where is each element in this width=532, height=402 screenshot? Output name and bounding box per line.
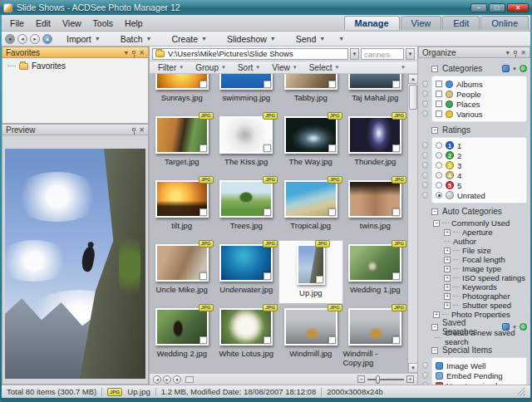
thumbnail-cell[interactable]: JPGWindmill.jpg <box>278 304 343 368</box>
collapse-icon[interactable]: − <box>433 220 440 227</box>
thumbnail-checkbox[interactable] <box>200 81 207 88</box>
zoom-out-button[interactable]: − <box>357 375 365 383</box>
radio-button-selected[interactable] <box>436 192 442 199</box>
thumbnail-checkbox[interactable] <box>392 81 400 88</box>
saved-searches-section-header[interactable]: − Saved Searches ▼ ← <box>431 321 527 332</box>
thumbnail-cell[interactable]: JPGWedding 1.jpg <box>343 240 408 304</box>
vertical-scrollbar[interactable]: ▲ ▼ <box>407 74 417 373</box>
scrollbar-thumb[interactable] <box>409 85 417 110</box>
favorites-root-item[interactable]: Favorites <box>7 61 143 71</box>
auto-categories-section-header[interactable]: − Auto Categories <box>431 206 527 217</box>
close-button[interactable]: ✕ <box>507 3 529 12</box>
tab-manage[interactable]: Manage <box>344 16 400 30</box>
expand-icon[interactable]: + <box>444 275 451 282</box>
thumbnail-cell-selected[interactable]: JPGUp.jpg <box>278 240 343 304</box>
thumbnail-cell[interactable]: JPGThunder.jpg <box>343 112 408 176</box>
expand-icon[interactable]: + <box>444 257 451 263</box>
create-button[interactable]: Create▼ <box>160 33 214 45</box>
expand-icon[interactable]: + <box>444 248 451 254</box>
thumbnail-cell[interactable]: JPGThe Kiss.jpg <box>214 112 279 176</box>
thumbnail-cell[interactable]: JPGUnderwater.jpg <box>214 240 279 304</box>
rating-5[interactable]: 55 <box>436 180 523 190</box>
thumbnail-checkbox[interactable] <box>264 208 271 216</box>
rating-2[interactable]: 22 <box>436 150 523 160</box>
collapse-icon[interactable]: − <box>431 66 438 72</box>
search-dropdown-button[interactable]: ▼ <box>406 48 415 60</box>
send-button[interactable]: Send▼ <box>284 33 332 45</box>
up-button[interactable]: ▴ <box>42 34 52 44</box>
thumbnail-checkbox[interactable] <box>392 145 400 152</box>
category-places[interactable]: Places <box>436 99 523 109</box>
pin-icon[interactable] <box>514 51 517 54</box>
tree-item-commonly-used[interactable]: −Commonly Used <box>433 218 527 228</box>
tree-item-photographer[interactable]: +Photographer <box>433 292 527 301</box>
slideshow-button[interactable]: Slideshow▼ <box>215 33 283 45</box>
radio-button[interactable] <box>436 182 442 189</box>
menu-view[interactable]: View <box>57 17 86 30</box>
rotate-left-button[interactable]: ◂ <box>153 375 161 384</box>
minimize-button[interactable]: − <box>470 3 487 12</box>
pin-icon[interactable] <box>132 51 135 54</box>
thumbnail-cell[interactable]: JPGSunrays.jpg <box>150 74 214 112</box>
category-albums[interactable]: Albums <box>436 79 523 89</box>
rating-4[interactable]: 44 <box>436 170 523 180</box>
thumbnail-cell[interactable]: JPGswimming.jpg <box>214 74 279 112</box>
expand-icon[interactable]: + <box>444 229 451 236</box>
expand-icon[interactable]: + <box>433 311 440 318</box>
thumbnail-cell[interactable]: JPGTaj Mahal.jpg <box>343 74 408 112</box>
thumbnail-checkbox[interactable] <box>264 272 271 280</box>
thumbnail-checkbox[interactable] <box>264 336 271 344</box>
radio-button[interactable] <box>436 142 442 149</box>
category-various[interactable]: Various <box>436 109 523 119</box>
tree-item-image-type[interactable]: +Image type <box>433 264 527 273</box>
chevron-down-icon[interactable]: ▼ <box>512 66 517 71</box>
forward-button[interactable]: ▸ <box>30 34 40 44</box>
rating-unrated[interactable]: Unrated <box>436 190 523 200</box>
filterbar-overflow-icon[interactable]: ▼ <box>401 65 406 70</box>
zoom-slider-handle[interactable] <box>376 375 380 384</box>
thumbnail-cell[interactable]: JPGThe Way.jpg <box>278 112 343 176</box>
tree-item-author[interactable]: Author <box>433 237 527 246</box>
rating-3[interactable]: 33 <box>436 160 523 170</box>
group-button[interactable]: Group▼ <box>190 63 231 72</box>
import-button[interactable]: Import▼ <box>55 33 107 45</box>
thumbnail-checkbox[interactable] <box>264 81 271 88</box>
checkbox[interactable] <box>436 91 442 97</box>
thumbnail-checkbox[interactable] <box>392 208 400 216</box>
zoom-slider-track[interactable] <box>367 379 404 380</box>
category-view-icon[interactable] <box>502 65 510 72</box>
preview-image[interactable] <box>5 149 145 379</box>
thumbnail-cell[interactable]: JPGtwins.jpg <box>343 176 408 240</box>
pin-icon[interactable] <box>132 128 135 131</box>
select-button[interactable]: Select▼ <box>304 63 345 72</box>
path-input[interactable]: V:\Users\Mike\Pictures\Slide Shows <box>152 48 348 60</box>
menu-tools[interactable]: Tools <box>88 17 119 30</box>
back-button[interactable]: ● <box>5 34 15 44</box>
tree-item-shutter-speed[interactable]: +Shutter speed <box>433 301 527 310</box>
sort-button[interactable]: Sort▼ <box>233 63 265 72</box>
menu-file[interactable]: File <box>5 17 29 30</box>
saved-search-icon[interactable] <box>502 323 510 331</box>
tab-edit[interactable]: Edit <box>442 16 480 30</box>
thumbnail-cell[interactable]: JPGUncle Mike.jpg <box>150 240 214 304</box>
close-icon[interactable]: ✕ <box>139 126 145 134</box>
tree-item-focal-length[interactable]: +Focal length <box>433 255 527 264</box>
rating-1[interactable]: 11 <box>436 140 523 150</box>
categories-section-header[interactable]: − Categories ▼ ← <box>431 63 527 74</box>
thumbnail-checkbox[interactable] <box>200 208 207 216</box>
special-embed-pending[interactable]: Embed Pending <box>436 370 523 380</box>
thumbnail-checkbox[interactable] <box>200 272 207 280</box>
thumbnail-checkbox[interactable] <box>264 145 271 152</box>
zoom-in-button[interactable]: + <box>406 375 414 383</box>
thumbnail-cell[interactable]: JPGWedding 2.jpg <box>150 304 214 368</box>
close-icon[interactable]: ✕ <box>520 49 526 56</box>
panel-menu-icon[interactable]: ▼ <box>123 50 129 56</box>
radio-button[interactable] <box>436 172 442 179</box>
thumbnail-checkbox[interactable] <box>392 272 400 280</box>
back-arrow-icon[interactable]: ← <box>520 65 527 72</box>
collapse-icon[interactable]: − <box>431 127 438 134</box>
previous-button[interactable]: ◂ <box>17 34 27 44</box>
thumbnail-checkbox[interactable] <box>200 145 207 152</box>
toolbar-overflow-icon[interactable]: ▼ <box>333 36 344 42</box>
resize-grip[interactable] <box>517 388 525 396</box>
